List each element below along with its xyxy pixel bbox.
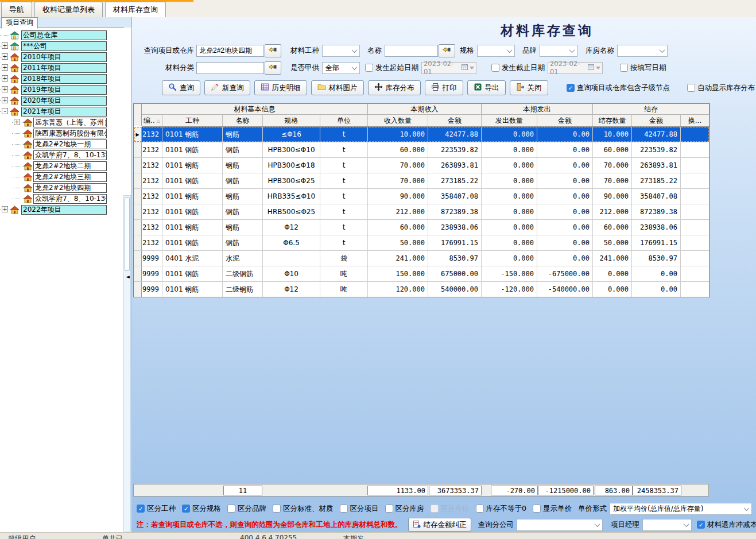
table-cell: 90.000 [593, 189, 632, 204]
scrollbar-thumb[interactable] [125, 197, 130, 271]
table-cell: 9999 [142, 282, 162, 297]
return-offset-checkbox[interactable]: 材料退库冲减本期发出 [697, 520, 756, 530]
tree-item[interactable]: +2010年项目 [0, 52, 124, 63]
inventory-query-panel: 材料库存查询 查询项目或仓库 材料工种 名称 规格 品牌 库房名称 材料分类 是… [132, 17, 756, 532]
sidebar-scrollbar[interactable] [123, 195, 131, 532]
table-row[interactable]: 21320101 钢筋钢筋HPB300≤Φ18t70.000263893.810… [134, 158, 710, 173]
table-row[interactable]: 21320101 钢筋钢筋HRB335≤Φ10t90.000358407.080… [134, 189, 710, 204]
option-checkbox[interactable]: 区分项目 [340, 504, 379, 514]
material-images-button[interactable]: 材料图片 [311, 80, 364, 95]
by-fill-date-checkbox[interactable]: 按填写日期 [620, 63, 666, 73]
tab-project-query[interactable]: 项目查询 [1, 17, 38, 29]
column-header[interactable]: 发出数量 [482, 115, 537, 126]
window-tab[interactable]: 材料库存查询 [105, 2, 166, 17]
window-tab[interactable]: 收料记量单列表 [34, 2, 103, 17]
column-header[interactable]: 换... [681, 115, 710, 126]
tree-item[interactable]: +2018年项目 [0, 73, 124, 84]
tree-expand-toggle[interactable]: + [2, 86, 8, 92]
category-input[interactable] [196, 62, 264, 74]
table-row[interactable]: 21320101 钢筋钢筋Φ12t60.000238938.060.0000.0… [134, 220, 710, 235]
table-row[interactable]: 99990401 水泥水泥袋241.0008530.970.0000.00241… [134, 251, 710, 266]
option-checkbox[interactable]: 区分规格 [182, 504, 221, 514]
balance-correction-button[interactable]: 结存金额纠正 [408, 518, 471, 532]
branch-select[interactable] [517, 519, 603, 531]
column-group-header: 本期发出 [482, 104, 593, 114]
table-row[interactable]: 21320101 钢筋钢筋HRB500≤Φ25t212.000872389.38… [134, 204, 710, 220]
party-a-select[interactable]: 全部 [322, 62, 360, 74]
column-header-label: 规格 [285, 116, 298, 126]
name-label: 名称 [367, 46, 382, 56]
window-tab[interactable]: 导航 [1, 2, 32, 17]
table-row[interactable]: 99990101 钢筋二级钢筋Φ10吨150.000675000.00-150.… [134, 266, 710, 282]
column-header[interactable]: 收入数量 [368, 115, 428, 126]
tree-item[interactable]: 龙鼎2#2地块四期 [0, 183, 124, 193]
name-input[interactable] [385, 45, 438, 57]
tree-item[interactable]: +2020年项目 [0, 95, 124, 106]
new-query-button[interactable]: 新查询 [204, 80, 250, 95]
tree-expand-toggle[interactable]: + [14, 119, 20, 125]
tree-item[interactable]: 龙鼎2#2地块一期 [0, 139, 124, 150]
date-start-checkbox[interactable]: 发生起始日期 [365, 63, 418, 73]
option-checkbox[interactable]: 区分品牌 [227, 504, 266, 514]
column-header[interactable]: 金额 [428, 115, 482, 126]
include-children-checkbox[interactable]: 查询项目或仓库包含子级节点 [567, 83, 670, 93]
tree-item[interactable]: 陕西康惠制药股份有限公司 [0, 128, 124, 139]
manager-select[interactable] [642, 519, 692, 531]
table-row[interactable]: 21320101 钢筋钢筋HPB300≤Φ25t70.000273185.220… [134, 173, 710, 189]
column-header[interactable]: 金额 [632, 115, 681, 126]
option-checkbox[interactable]: 区分工种 [137, 504, 176, 514]
export-button[interactable]: 导出 [467, 80, 506, 95]
table-row[interactable]: 21320101 钢筋钢筋Φ6.5t50.000176991.150.0000.… [134, 235, 710, 251]
warehouse-select[interactable] [617, 45, 668, 57]
trade-select[interactable] [322, 45, 360, 57]
tree-expand-toggle[interactable]: - [2, 108, 8, 114]
query-button[interactable]: 查询 [162, 80, 200, 95]
column-header[interactable]: 结存数量 [593, 115, 632, 126]
tree-item[interactable]: +2022年项目 [0, 204, 124, 215]
history-detail-button[interactable]: 历史明细 [254, 80, 307, 95]
table-cell: 8530.97 [428, 251, 482, 266]
table-row[interactable]: ▶21320101 钢筋钢筋≤Φ16t10.00042477.880.0000.… [134, 127, 710, 142]
spec-select[interactable] [477, 45, 515, 57]
tree-item[interactable]: 龙鼎2#2地块二期 [0, 161, 124, 172]
tree-item[interactable]: 众凯学府7、8、10-13地块 [0, 150, 124, 161]
tree-item[interactable]: +2019年项目 [0, 84, 124, 95]
table-row[interactable]: 21320101 钢筋钢筋HPB300≤Φ10t60.000223539.820… [134, 142, 710, 158]
brand-select[interactable] [540, 45, 577, 57]
date-end-checkbox[interactable]: 发生截止日期 [491, 63, 545, 73]
collapse-sidebar-arrow[interactable]: ◄ [126, 274, 130, 280]
tree-expand-toggle[interactable]: + [2, 42, 8, 49]
tree-item[interactable]: +2011年项目 [0, 63, 124, 73]
option-checkbox[interactable]: 显示单价 [533, 504, 572, 514]
column-header[interactable]: 金额 [537, 115, 593, 126]
tree-item[interactable]: 龙鼎2#2地块三期 [0, 172, 124, 183]
tree-item[interactable]: +远东普惠（上海、苏州） [0, 117, 124, 128]
project-input[interactable] [196, 45, 264, 57]
column-header[interactable]: 单位 [320, 115, 368, 126]
category-lookup-button[interactable] [265, 61, 281, 75]
column-header[interactable]: 名称 [223, 115, 263, 126]
option-checkbox[interactable]: 区分库房 [385, 504, 424, 514]
project-lookup-button[interactable] [265, 44, 281, 57]
tree-expand-toggle[interactable]: + [2, 64, 8, 71]
print-button[interactable]: 打印 [425, 80, 463, 95]
tree-item[interactable]: +***公司 [0, 41, 124, 52]
tree-expand-toggle[interactable]: + [2, 206, 8, 212]
option-checkbox[interactable]: 库存不等于0 [476, 504, 526, 514]
tree-expand-toggle[interactable]: + [2, 75, 8, 82]
column-header[interactable]: 编..△ [142, 115, 162, 126]
price-form-select[interactable]: 加权平均价(总库值/总库存量) [610, 503, 752, 515]
stock-distribution-button[interactable]: 库存分布 [368, 80, 421, 95]
tree-item[interactable]: -2021年项目 [0, 106, 124, 117]
column-header[interactable]: 规格 [263, 115, 320, 126]
auto-distribution-checkbox[interactable]: 自动显示库存分布 [687, 83, 755, 93]
table-row[interactable]: 99990101 钢筋二级钢筋Φ12吨120.000540000.00-120.… [134, 282, 710, 297]
option-checkbox[interactable]: 区分标准、材质 [273, 504, 334, 514]
column-header[interactable]: 工种 [162, 115, 223, 126]
tree-item[interactable]: 公司总仓库 [0, 30, 124, 41]
tree-expand-toggle[interactable]: + [2, 53, 8, 60]
tree-expand-toggle[interactable]: + [2, 97, 8, 103]
close-button[interactable]: 关闭 [510, 80, 548, 95]
name-lookup-button[interactable] [439, 44, 455, 57]
tree-item[interactable]: 众凯学府7、8、10-13住宅 [0, 193, 124, 204]
